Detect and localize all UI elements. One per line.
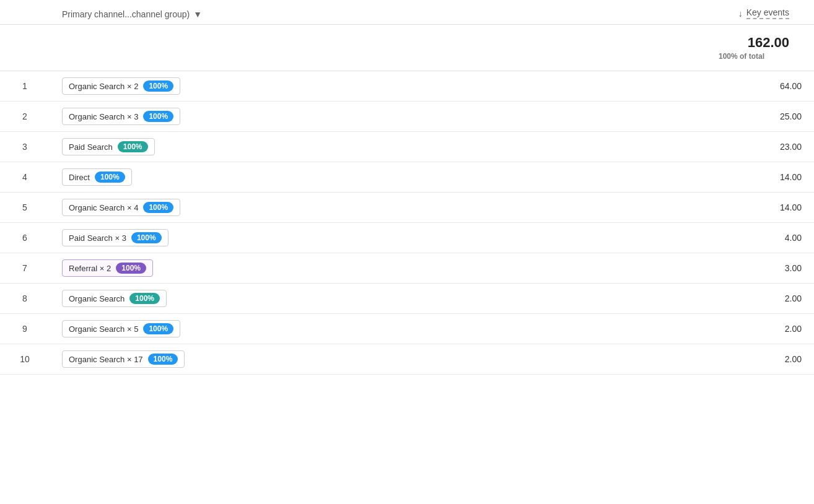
table-row: 5 Organic Search × 4 100% 14.00 bbox=[0, 193, 814, 223]
col-header-channel[interactable]: Primary channel...channel group) ▼ bbox=[50, 0, 589, 25]
table-row: 10 Organic Search × 17 100% 2.00 bbox=[0, 344, 814, 375]
channel-tag-8[interactable]: Organic Search 100% bbox=[62, 290, 167, 307]
pct-badge-9: 100% bbox=[143, 323, 173, 334]
channel-tag-9[interactable]: Organic Search × 5 100% bbox=[62, 320, 180, 337]
table-row: 3 Paid Search 100% 23.00 bbox=[0, 132, 814, 162]
channel-tag-5[interactable]: Organic Search × 4 100% bbox=[62, 199, 180, 216]
pct-badge-1: 100% bbox=[143, 80, 173, 92]
col-header-key-events: ↓ Key events bbox=[589, 0, 814, 25]
table-row: 9 Organic Search × 5 100% 2.00 bbox=[0, 314, 814, 344]
table-header-row: Primary channel...channel group) ▼ ↓ Key… bbox=[0, 0, 814, 25]
channel-name-4: Direct bbox=[69, 173, 90, 182]
row-value-8: 2.00 bbox=[589, 284, 814, 314]
total-subtext: 100% of total bbox=[601, 51, 789, 61]
channel-tag-7[interactable]: Referral × 2 100% bbox=[62, 259, 153, 277]
row-channel-3[interactable]: Paid Search 100% bbox=[50, 132, 589, 162]
main-table-container: Primary channel...channel group) ▼ ↓ Key… bbox=[0, 0, 814, 504]
row-number-4: 4 bbox=[0, 162, 50, 193]
key-events-label: Key events bbox=[746, 7, 789, 19]
table-row: 6 Paid Search × 3 100% 4.00 bbox=[0, 223, 814, 253]
row-number-9: 9 bbox=[0, 314, 50, 344]
channel-tag-3[interactable]: Paid Search 100% bbox=[62, 138, 155, 155]
row-value-10: 2.00 bbox=[589, 344, 814, 375]
sort-arrow-icon[interactable]: ↓ bbox=[738, 9, 743, 19]
table-row: 1 Organic Search × 2 100% 64.00 bbox=[0, 71, 814, 102]
table-row: 2 Organic Search × 3 100% 25.00 bbox=[0, 102, 814, 132]
row-channel-1[interactable]: Organic Search × 2 100% bbox=[50, 71, 589, 102]
table-row: 8 Organic Search 100% 2.00 bbox=[0, 284, 814, 314]
row-number-10: 10 bbox=[0, 344, 50, 375]
totals-row: 162.00 100% of total bbox=[0, 25, 814, 71]
pct-badge-6: 100% bbox=[131, 232, 162, 243]
channel-name-7: Referral × 2 bbox=[69, 264, 111, 273]
row-number-7: 7 bbox=[0, 253, 50, 284]
pct-badge-7: 100% bbox=[116, 263, 146, 274]
pct-badge-10: 100% bbox=[148, 354, 178, 365]
row-channel-10[interactable]: Organic Search × 17 100% bbox=[50, 344, 589, 375]
total-number: 162.00 bbox=[601, 35, 789, 51]
row-channel-6[interactable]: Paid Search × 3 100% bbox=[50, 223, 589, 253]
row-value-3: 23.00 bbox=[589, 132, 814, 162]
row-number-3: 3 bbox=[0, 132, 50, 162]
primary-channel-label: Primary channel...channel group) bbox=[62, 9, 190, 19]
row-number-1: 1 bbox=[0, 71, 50, 102]
row-number-5: 5 bbox=[0, 193, 50, 223]
row-number-8: 8 bbox=[0, 284, 50, 314]
pct-badge-5: 100% bbox=[143, 202, 173, 213]
channel-name-10: Organic Search × 17 bbox=[69, 355, 143, 364]
totals-channel-cell bbox=[50, 25, 589, 71]
pct-badge-4: 100% bbox=[95, 172, 125, 183]
row-value-4: 14.00 bbox=[589, 162, 814, 193]
channel-tag-4[interactable]: Direct 100% bbox=[62, 168, 132, 186]
row-value-7: 3.00 bbox=[589, 253, 814, 284]
row-channel-8[interactable]: Organic Search 100% bbox=[50, 284, 589, 314]
table-row: 7 Referral × 2 100% 3.00 bbox=[0, 253, 814, 284]
totals-value: 162.00 100% of total bbox=[589, 25, 814, 71]
channel-name-2: Organic Search × 3 bbox=[69, 112, 138, 121]
channel-name-3: Paid Search bbox=[69, 142, 113, 152]
channel-name-1: Organic Search × 2 bbox=[69, 82, 138, 91]
pct-badge-3: 100% bbox=[118, 141, 148, 152]
col-header-number bbox=[0, 0, 50, 25]
totals-number-cell bbox=[0, 25, 50, 71]
channel-name-5: Organic Search × 4 bbox=[69, 203, 138, 212]
channel-name-6: Paid Search × 3 bbox=[69, 233, 126, 243]
row-value-6: 4.00 bbox=[589, 223, 814, 253]
channel-tag-6[interactable]: Paid Search × 3 100% bbox=[62, 229, 168, 246]
row-channel-5[interactable]: Organic Search × 4 100% bbox=[50, 193, 589, 223]
channel-tag-2[interactable]: Organic Search × 3 100% bbox=[62, 108, 180, 125]
pct-badge-8: 100% bbox=[129, 293, 160, 304]
row-value-1: 64.00 bbox=[589, 71, 814, 102]
channel-name-8: Organic Search bbox=[69, 294, 125, 303]
channel-tag-10[interactable]: Organic Search × 17 100% bbox=[62, 350, 185, 368]
row-channel-9[interactable]: Organic Search × 5 100% bbox=[50, 314, 589, 344]
channel-tag-1[interactable]: Organic Search × 2 100% bbox=[62, 77, 180, 95]
channel-name-9: Organic Search × 5 bbox=[69, 324, 138, 334]
dropdown-icon[interactable]: ▼ bbox=[193, 9, 202, 19]
row-value-2: 25.00 bbox=[589, 102, 814, 132]
pct-badge-2: 100% bbox=[143, 111, 173, 122]
row-channel-7[interactable]: Referral × 2 100% bbox=[50, 253, 589, 284]
table-row: 4 Direct 100% 14.00 bbox=[0, 162, 814, 193]
row-value-5: 14.00 bbox=[589, 193, 814, 223]
row-number-6: 6 bbox=[0, 223, 50, 253]
row-number-2: 2 bbox=[0, 102, 50, 132]
row-value-9: 2.00 bbox=[589, 314, 814, 344]
row-channel-4[interactable]: Direct 100% bbox=[50, 162, 589, 193]
row-channel-2[interactable]: Organic Search × 3 100% bbox=[50, 102, 589, 132]
